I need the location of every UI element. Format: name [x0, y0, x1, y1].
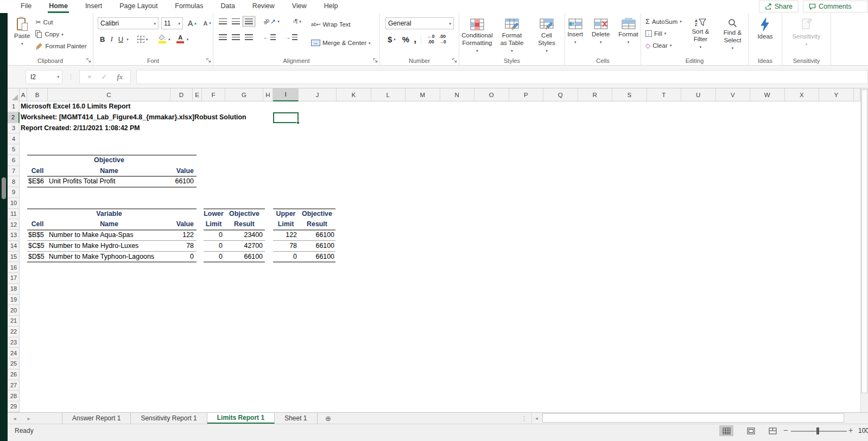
cancel-icon[interactable]: ×: [87, 73, 92, 81]
name-box[interactable]: I2▾: [26, 70, 62, 84]
menu-tab-formulas[interactable]: Formulas: [166, 0, 212, 13]
cut-button[interactable]: ✂Cut: [33, 16, 88, 28]
menu-tab-file[interactable]: File: [12, 0, 40, 13]
sheet-nav-right-icon[interactable]: ▸: [22, 413, 36, 424]
menu-tab-data[interactable]: Data: [212, 0, 243, 13]
clipboard-dialog-launcher[interactable]: [86, 58, 92, 63]
vertical-scrollbar[interactable]: [860, 88, 868, 412]
ideas-button[interactable]: Ideas: [754, 15, 776, 55]
font-dialog-launcher[interactable]: [206, 58, 212, 63]
insert-function-icon[interactable]: fx: [117, 73, 123, 81]
sheet-tab-sensitivity-report-1[interactable]: Sensitivity Report 1: [131, 413, 207, 424]
column-header-Q[interactable]: Q: [543, 88, 578, 101]
column-header-F[interactable]: F: [202, 88, 225, 101]
column-header-J[interactable]: J: [299, 88, 337, 101]
share-button[interactable]: Share: [759, 1, 799, 12]
column-header-M[interactable]: M: [406, 88, 440, 101]
column-header-partial[interactable]: [854, 88, 860, 101]
paste-button[interactable]: Paste ▾: [11, 15, 33, 55]
fill-button[interactable]: ↓Fill▾: [645, 28, 682, 39]
column-header-N[interactable]: N: [440, 88, 475, 101]
align-bottom-button[interactable]: [245, 18, 253, 24]
sheet-tab-sheet-1[interactable]: Sheet 1: [275, 413, 317, 424]
page-break-view-button[interactable]: [765, 425, 780, 436]
cell-styles-button[interactable]: Cell Styles ▾: [530, 16, 563, 56]
column-header-B[interactable]: B: [27, 88, 48, 101]
column-header-W[interactable]: W: [750, 88, 785, 101]
column-header-T[interactable]: T: [647, 88, 682, 101]
conditional-formatting-button[interactable]: Conditional Formatting ▾: [460, 16, 494, 56]
comma-icon[interactable]: ,: [414, 34, 416, 45]
font-color-button[interactable]: A▾: [174, 34, 191, 44]
underline-button[interactable]: U: [116, 35, 125, 44]
normal-view-button[interactable]: [719, 425, 733, 436]
menu-tab-page-layout[interactable]: Page Layout: [111, 0, 166, 13]
column-header-C[interactable]: C: [48, 88, 170, 101]
zoom-in-button[interactable]: +: [848, 426, 853, 434]
column-header-A[interactable]: A: [20, 88, 27, 101]
zoom-slider-thumb[interactable]: [816, 427, 819, 434]
copy-button[interactable]: Copy▾: [33, 28, 88, 40]
percent-icon[interactable]: %: [402, 35, 409, 44]
column-header-K[interactable]: K: [337, 88, 371, 101]
column-header-U[interactable]: U: [681, 88, 716, 101]
column-header-P[interactable]: P: [509, 88, 544, 101]
horizontal-scrollbar-thumb[interactable]: [542, 413, 844, 423]
select-all-corner[interactable]: [8, 88, 20, 101]
orientation-button[interactable]: ab▾: [261, 17, 282, 25]
fill-color-button[interactable]: ▾: [155, 34, 173, 44]
new-sheet-button[interactable]: ⊕: [318, 413, 339, 424]
page-layout-view-button[interactable]: [744, 425, 758, 436]
number-format-select[interactable]: General▾: [385, 17, 454, 29]
increase-decimal-button[interactable]: ←0.00: [427, 34, 434, 44]
sort-filter-button[interactable]: AZ Sort & Filter ▾: [687, 16, 714, 56]
sheet-tab-limits-report-1[interactable]: Limits Report 1: [207, 413, 275, 424]
menu-tab-view[interactable]: View: [283, 0, 315, 13]
borders-button[interactable]: ▾: [135, 35, 150, 44]
autosum-button[interactable]: ΣAutoSum▾: [645, 16, 682, 27]
font-size-select[interactable]: 11▾: [161, 17, 183, 29]
italic-button[interactable]: I: [108, 34, 115, 44]
delete-cells-button[interactable]: Delete ▾: [588, 16, 613, 56]
column-header-X[interactable]: X: [785, 88, 820, 101]
horizontal-scrollbar[interactable]: ◂: [531, 413, 868, 424]
column-header-G[interactable]: G: [225, 88, 263, 101]
column-header-Y[interactable]: Y: [819, 88, 854, 101]
column-header-R[interactable]: R: [578, 88, 613, 101]
enter-icon[interactable]: ✓: [102, 73, 107, 81]
format-painter-button[interactable]: Format Painter: [33, 40, 88, 52]
shrink-font-button[interactable]: A▾: [201, 19, 213, 28]
fill-handle[interactable]: [296, 121, 300, 124]
find-select-button[interactable]: Find & Select ▾: [719, 16, 746, 56]
decrease-decimal-button[interactable]: .00→0: [439, 34, 446, 44]
wrap-text-button[interactable]: ab↩Wrap Text: [309, 18, 373, 30]
menu-tab-help[interactable]: Help: [315, 0, 347, 13]
horizontal-scrollbar-track[interactable]: [541, 413, 868, 424]
comments-button[interactable]: Comments: [803, 1, 868, 12]
alignment-dialog-launcher[interactable]: [373, 58, 378, 63]
accounting-format-button[interactable]: $▾: [385, 34, 398, 45]
scroll-left-icon[interactable]: ◂: [532, 416, 541, 421]
bold-button[interactable]: B: [98, 35, 107, 44]
menu-tab-home[interactable]: Home: [40, 0, 77, 13]
merge-center-button[interactable]: ↔Merge & Center▾: [309, 37, 373, 49]
align-center-button[interactable]: [232, 34, 240, 40]
selected-cell[interactable]: [273, 112, 299, 123]
vertical-scrollbar-thumb[interactable]: [861, 90, 867, 393]
align-middle-button[interactable]: [232, 18, 240, 24]
clear-button[interactable]: ◇Clear▾: [645, 40, 682, 50]
text-direction-button[interactable]: ›¶▾: [291, 17, 303, 25]
column-header-I[interactable]: I: [273, 88, 299, 101]
sheet-nav-left-icon[interactable]: ◂: [8, 413, 22, 424]
column-header-E[interactable]: E: [193, 88, 202, 101]
zoom-level[interactable]: 100%: [858, 427, 868, 434]
menu-tab-insert[interactable]: Insert: [77, 0, 111, 13]
format-as-table-button[interactable]: Format as Table ▾: [495, 16, 529, 56]
column-header-S[interactable]: S: [612, 88, 647, 101]
number-dialog-launcher[interactable]: [452, 58, 458, 63]
column-header-V[interactable]: V: [716, 88, 751, 101]
align-top-button[interactable]: [219, 18, 227, 24]
column-header-H[interactable]: H: [263, 88, 273, 101]
align-left-button[interactable]: [219, 34, 227, 40]
column-header-L[interactable]: L: [371, 88, 406, 101]
